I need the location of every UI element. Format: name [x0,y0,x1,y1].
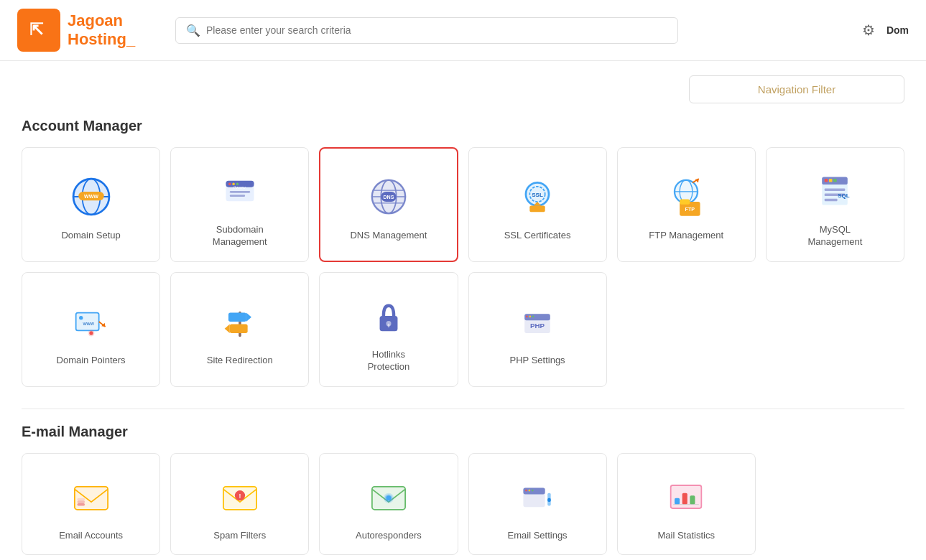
svg-rect-90 [547,498,550,501]
svg-rect-86 [525,489,527,491]
email-accounts-icon [65,471,117,523]
svg-rect-66 [526,316,528,318]
svg-rect-67 [529,316,532,318]
card-mysql-management[interactable]: SQL MySQLManagement [766,147,904,262]
card-dns-label: DNS Management [350,230,427,242]
svg-rect-88 [532,489,534,491]
card-domain-pointers[interactable]: www Domain Pointers [22,272,160,387]
card-site-redirection-label: Site Redirection [207,355,273,367]
svg-text:SSL: SSL [532,192,543,198]
card-autoresponders-label: Autoresponders [356,530,422,542]
svg-rect-94 [682,493,687,504]
main-content: Navigation Filter Account Manager WWW [0,61,926,560]
header: ⇱ Jagoan Hosting_ 🔍 ⚙ Dom [0,0,926,61]
svg-rect-73 [77,500,85,503]
card-email-accounts[interactable]: Email Accounts [22,453,160,556]
card-php-settings[interactable]: PHP PHP Settings [468,272,607,387]
nav-filter-button[interactable]: Navigation Filter [689,75,904,103]
card-dns-management[interactable]: DNS DNS Management [319,147,458,262]
svg-text:SQL: SQL [838,192,851,199]
subdomain-icon: //www. [214,165,266,217]
svg-rect-45 [825,199,838,202]
card-ssl-certificates[interactable]: SSL SSL Certificates [468,147,607,262]
logo: ⇱ Jagoan Hosting_ [17,9,161,52]
svg-rect-13 [230,195,245,197]
card-hotlinks-label: HotlinksProtection [368,349,410,373]
card-subdomain-management[interactable]: //www. SubdomainManagement [170,147,309,262]
svg-rect-93 [675,498,680,504]
user-button[interactable]: Dom [886,24,909,36]
card-mail-statistics-label: Mail Statistics [658,530,715,542]
svg-marker-58 [246,313,251,322]
svg-rect-72 [77,503,85,505]
card-mail-statistics[interactable]: Mail Statistics [617,453,756,556]
ftp-icon: FTP [660,171,712,223]
domain-setup-icon: WWW [65,171,117,223]
account-manager-title: Account Manager [22,118,904,134]
card-ssl-label: SSL Certificates [504,230,571,242]
card-email-accounts-label: Email Accounts [59,530,123,542]
mysql-icon: SQL [809,165,861,217]
hotlinks-icon [363,290,415,342]
svg-text:WWW: WWW [84,195,98,200]
svg-rect-68 [532,316,534,318]
card-ftp-management[interactable]: FTP FTP Management [617,147,756,262]
mail-statistics-icon [660,471,712,523]
svg-rect-59 [230,325,248,333]
account-manager-row1: WWW Domain Setup //www. [22,147,904,262]
nav-filter-row: Navigation Filter [22,75,904,103]
card-email-settings[interactable]: Email Settings [468,453,607,556]
card-domain-setup[interactable]: WWW Domain Setup [22,147,160,262]
svg-text:PHP: PHP [530,322,545,330]
card-email-settings-label: Email Settings [508,530,568,542]
svg-text:!: ! [239,492,241,499]
site-redirection-icon [214,296,266,347]
svg-rect-74 [77,498,85,500]
svg-text:FTP: FTP [685,207,695,213]
card-subdomain-label: SubdomainManagement [213,224,267,248]
dns-icon: DNS [363,171,415,223]
header-right: ⚙ Dom [862,22,909,39]
autoresponders-icon [363,471,415,523]
settings-button[interactable]: ⚙ [862,22,875,39]
svg-rect-70 [74,486,107,509]
svg-marker-60 [224,325,229,333]
card-php-label: PHP Settings [510,355,565,367]
card-ftp-label: FTP Management [649,230,723,242]
email-manager-section: E-mail Manager Email Accounts [22,424,904,556]
svg-rect-87 [529,489,531,491]
svg-rect-36 [680,200,690,205]
email-settings-icon [511,471,563,523]
card-domain-pointers-label: Domain Pointers [57,355,126,367]
logo-text: Jagoan Hosting_ [68,11,135,50]
svg-text:⇱: ⇱ [29,20,44,39]
search-input[interactable] [206,24,667,36]
email-card-row: Email Accounts ! Spam Filters [22,453,904,556]
card-spam-label: Spam Filters [213,530,266,542]
search-icon: 🔍 [186,24,200,37]
svg-point-49 [79,316,83,319]
card-spam-filters[interactable]: ! Spam Filters [170,453,309,556]
account-manager-row2: www Domain Pointers [22,272,904,387]
svg-rect-43 [825,188,845,191]
svg-point-53 [89,332,93,335]
svg-rect-63 [388,323,390,327]
card-hotlinks-protection[interactable]: HotlinksProtection [319,272,458,387]
php-icon: PHP [511,296,563,347]
svg-rect-65 [524,314,550,321]
card-autoresponders[interactable]: Autoresponders [319,453,458,556]
svg-rect-41 [829,179,832,182]
card-domain-setup-label: Domain Setup [61,230,120,242]
domain-pointers-icon: www [65,296,117,347]
section-divider [22,409,904,409]
email-manager-title: E-mail Manager [22,424,904,440]
card-site-redirection[interactable]: Site Redirection [170,272,309,387]
svg-rect-55 [228,313,246,322]
svg-rect-40 [825,179,828,182]
ssl-icon: SSL [511,171,563,223]
svg-text:www: www [82,322,94,327]
svg-rect-12 [230,191,250,193]
spam-filters-icon: ! [214,471,266,523]
logo-icon: ⇱ [17,9,60,52]
account-manager-section: Account Manager WWW Domain Setup [22,118,904,387]
